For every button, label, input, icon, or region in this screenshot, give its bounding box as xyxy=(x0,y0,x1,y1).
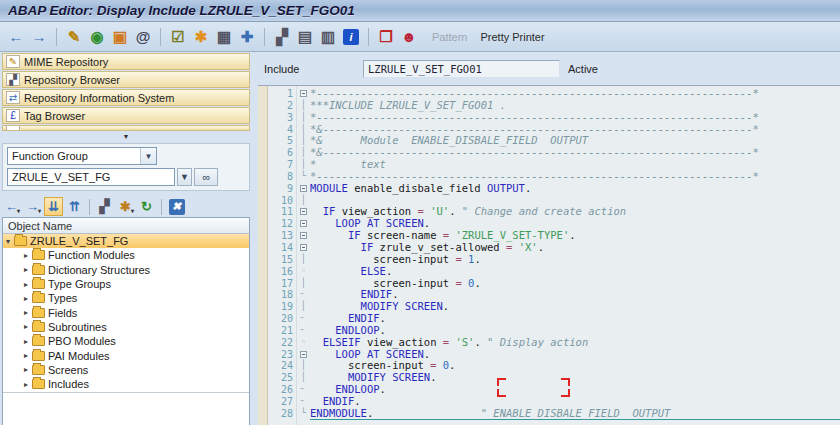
code-line[interactable]: MODIFY SCREEN. xyxy=(310,301,840,313)
tree-item-pai-modules[interactable]: ▸PAI Modules xyxy=(3,348,249,362)
code-line[interactable]: MODIFY SCREEN. xyxy=(310,372,840,384)
pretty-printer-button[interactable]: Pretty Printer xyxy=(480,31,544,43)
expand-all-icon[interactable]: ⇊ xyxy=(44,197,63,216)
tree-item-root[interactable]: ▾ZRULE_V_SET_FG xyxy=(3,234,249,248)
fold-guide[interactable]: │ xyxy=(297,100,310,112)
worklist-icon[interactable]: ▞ xyxy=(95,197,114,216)
fold-guide[interactable]: │ xyxy=(297,159,310,171)
object-type-select[interactable]: Function Group ▼ xyxy=(7,147,157,165)
fold-collapse-icon[interactable] xyxy=(297,206,310,218)
fold-collapse-icon[interactable] xyxy=(297,349,310,361)
collapse-arrow-icon[interactable]: ▼ xyxy=(123,133,130,140)
fold-guide[interactable]: │ xyxy=(297,360,310,372)
collapse-all-icon[interactable]: ⇈ xyxy=(65,197,84,216)
expander-icon[interactable]: ▸ xyxy=(21,351,31,360)
fold-collapse-icon[interactable] xyxy=(297,242,310,254)
fold-box-icon[interactable] xyxy=(300,244,307,251)
fold-guide[interactable]: │ xyxy=(297,135,310,147)
display-object-icon[interactable]: ∞ xyxy=(194,168,218,186)
tree-item-function-modules[interactable]: ▸Function Modules xyxy=(3,248,249,262)
repository-browser-button[interactable]: ▞Repository Browser xyxy=(2,71,250,88)
repository-information-system-button[interactable]: ⇄Repository Information System xyxy=(2,89,250,106)
tree-item-fields[interactable]: ▸Fields xyxy=(3,305,249,319)
fold-box-icon[interactable] xyxy=(300,220,307,227)
code-line[interactable]: ENDIF. xyxy=(310,313,840,325)
user-settings-icon[interactable]: ☻ xyxy=(399,27,419,47)
syntax-check-icon[interactable]: ☑ xyxy=(168,27,188,47)
fold-guide[interactable]: │ xyxy=(297,195,310,207)
tree-item-dictionary-structures[interactable]: ▸Dictionary Structures xyxy=(3,263,249,277)
include-name-field[interactable]: LZRULE_V_SET_FGO01 xyxy=(363,60,560,78)
expander-icon[interactable]: ▸ xyxy=(21,294,31,303)
refresh-icon[interactable]: ↻ xyxy=(137,197,156,216)
compare-icon[interactable]: ❐ xyxy=(376,27,396,47)
tag-browser-button[interactable]: £Tag Browser xyxy=(2,107,250,124)
fold-guide[interactable]: │ xyxy=(297,254,310,266)
fold-guide[interactable]: │ xyxy=(297,147,310,159)
back-icon[interactable]: ← xyxy=(6,27,26,47)
fold-box-icon[interactable] xyxy=(300,232,307,239)
code-fold-column[interactable]: ││││││└││◦│╴│╴╴◦││╴╴└ xyxy=(296,86,310,425)
expander-icon[interactable]: ▸ xyxy=(21,322,31,331)
chevron-down-icon[interactable]: ▾ xyxy=(38,207,41,214)
code-line[interactable]: ENDLOOP. xyxy=(310,384,840,396)
fold-guide[interactable]: ╴ xyxy=(297,289,310,301)
fold-guide[interactable]: ╴ xyxy=(297,384,310,396)
fold-box-icon[interactable] xyxy=(300,208,307,215)
mime-repository-button[interactable]: ✎MIME Repository xyxy=(2,53,250,70)
fold-collapse-icon[interactable] xyxy=(297,218,310,230)
expander-icon[interactable]: ▸ xyxy=(21,337,31,346)
fold-guide[interactable]: ╴ xyxy=(297,325,310,337)
expander-icon[interactable]: ▸ xyxy=(21,380,31,389)
object-name-dropdown-icon[interactable]: ▼ xyxy=(177,168,192,186)
fold-guide[interactable]: │ xyxy=(297,112,310,124)
close-browser-icon[interactable]: ✖ xyxy=(167,197,186,216)
tree-item-pbo-modules[interactable]: ▸PBO Modules xyxy=(3,334,249,348)
expander-icon[interactable]: ▸ xyxy=(21,280,31,289)
expander-icon[interactable]: ▾ xyxy=(3,237,13,246)
detail-list-icon[interactable]: ▥ xyxy=(318,27,338,47)
fold-guide[interactable]: │ xyxy=(297,124,310,136)
where-used-icon[interactable]: @ xyxy=(133,27,153,47)
fold-box-icon[interactable] xyxy=(300,90,307,97)
fold-guide[interactable]: ╴ xyxy=(297,396,310,408)
tree-item-type-groups[interactable]: ▸Type Groups xyxy=(3,277,249,291)
execute-icon[interactable]: ▦ xyxy=(214,27,234,47)
expander-icon[interactable]: ▸ xyxy=(21,308,31,317)
tree-item-types[interactable]: ▸Types xyxy=(3,291,249,305)
chevron-down-icon[interactable]: ▾ xyxy=(131,207,134,214)
object-list-icon[interactable]: ▞ xyxy=(272,27,292,47)
sidebar-button-partial[interactable] xyxy=(2,125,250,131)
fold-guide[interactable]: └ xyxy=(297,171,310,183)
code-line[interactable]: *&--------------------------------------… xyxy=(310,147,840,159)
fold-box-icon[interactable] xyxy=(300,351,307,358)
navigate-forward-icon[interactable]: →▾ xyxy=(23,197,42,216)
navigate-back-icon[interactable]: ←▾ xyxy=(2,197,21,216)
code-lines[interactable]: *---------------------------------------… xyxy=(310,86,840,425)
code-line[interactable]: ENDMODULE. " ENABLE_DISBALE_FIELD OUTPUT xyxy=(310,408,840,420)
fold-guide[interactable]: ╴ xyxy=(297,313,310,325)
activate-icon[interactable]: ✱ xyxy=(191,27,211,47)
tree-item-screens[interactable]: ▸Screens xyxy=(3,363,249,377)
switch-object-icon[interactable]: ◉ xyxy=(87,27,107,47)
code-line[interactable]: MODULE enable_disbale_field OUTPUT. xyxy=(310,183,840,195)
display-change-icon[interactable]: ✎ xyxy=(64,27,84,47)
object-name-input[interactable]: ZRULE_V_SET_FG xyxy=(7,168,175,186)
info-icon[interactable]: i xyxy=(341,27,361,47)
tree-item-subroutines[interactable]: ▸Subroutines xyxy=(3,320,249,334)
fold-guide[interactable]: │ xyxy=(297,278,310,290)
fold-box-icon[interactable] xyxy=(300,185,307,192)
fold-guide[interactable]: │ xyxy=(297,301,310,313)
forward-icon[interactable]: → xyxy=(29,27,49,47)
fold-guide[interactable]: └ xyxy=(297,408,310,420)
fold-collapse-icon[interactable] xyxy=(297,88,310,100)
copy-icon[interactable]: ▣ xyxy=(110,27,130,47)
fold-guide[interactable]: │ xyxy=(297,372,310,384)
expander-icon[interactable]: ▸ xyxy=(21,365,31,374)
tree-item-includes[interactable]: ▸Includes xyxy=(3,377,249,391)
chevron-down-icon[interactable]: ▾ xyxy=(17,207,20,214)
fold-collapse-icon[interactable] xyxy=(297,183,310,195)
pattern-button[interactable]: Pattern xyxy=(432,31,467,43)
fold-collapse-icon[interactable] xyxy=(297,230,310,242)
chevron-down-icon[interactable]: ▼ xyxy=(140,148,156,164)
